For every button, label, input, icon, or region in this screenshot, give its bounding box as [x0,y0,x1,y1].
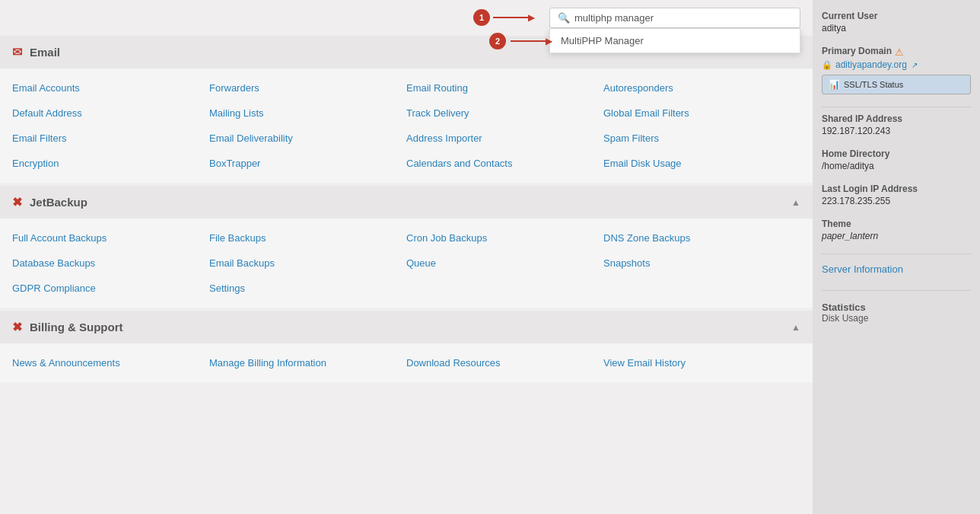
sections-wrapper: ✉ Email Email Accounts Forwarders Email … [0,36,813,382]
link-address-importer[interactable]: Address Importer [406,129,603,147]
link-view-email-history[interactable]: View Email History [603,354,800,372]
link-email-filters[interactable]: Email Filters [12,129,209,147]
theme-section: Theme paper_lantern [822,219,971,241]
link-autoresponders[interactable]: Autoresponders [603,79,800,97]
email-icon: ✉ [12,45,22,59]
link-database-backups[interactable]: Database Backups [12,254,209,272]
main-content: 1 ▶ 🔍 2 ▶ [0,0,813,514]
link-settings[interactable]: Settings [209,279,406,297]
domain-link[interactable]: aditiyapandey.org [835,59,907,70]
section-billing-body: News & Announcements Manage Billing Info… [0,343,813,382]
billing-toggle[interactable]: ▲ [791,322,800,333]
ssl-btn-label: SSL/TLS Status [844,80,903,89]
server-info-link[interactable]: Server Information [822,260,971,278]
statistics-label: Statistics [822,302,971,313]
link-track-delivery[interactable]: Track Delivery [406,104,603,122]
primary-domain-row: Primary Domain ⚠ [822,46,971,58]
link-snapshots[interactable]: Snapshots [603,254,800,272]
section-email-title: ✉ Email [12,45,60,59]
section-email-body: Email Accounts Forwarders Email Routing … [0,69,813,183]
jetbackup-icon: ✖ [12,195,22,209]
section-billing-label: Billing & Support [30,321,123,334]
link-forwarders[interactable]: Forwarders [209,79,406,97]
link-cron-job-backups[interactable]: Cron Job Backups [406,229,603,247]
jetbackup-links-grid: Full Account Backups File Backups Cron J… [12,229,800,297]
link-spam-filters[interactable]: Spam Filters [603,129,800,147]
link-full-account-backups[interactable]: Full Account Backups [12,229,209,247]
link-file-backups[interactable]: File Backups [209,229,406,247]
page-wrapper: 1 ▶ 🔍 2 ▶ [0,0,980,514]
section-email: ✉ Email Email Accounts Forwarders Email … [0,36,813,183]
divider-2 [822,254,971,254]
divider-1 [822,107,971,107]
link-global-email-filters[interactable]: Global Email Filters [603,104,800,122]
disk-usage-label: Disk Usage [822,313,971,324]
link-mailing-lists[interactable]: Mailing Lists [209,104,406,122]
current-user-label: Current User [822,11,971,21]
last-login-section: Last Login IP Address 223.178.235.255 [822,184,971,206]
warning-icon: ⚠ [895,46,904,58]
theme-value: paper_lantern [822,231,971,241]
link-email-routing[interactable]: Email Routing [406,79,603,97]
lock-icon: 🔒 [822,60,832,70]
annotation-1: 1 ▶ [473,9,535,26]
billing-icon: ✖ [12,320,22,334]
link-email-disk-usage[interactable]: Email Disk Usage [603,155,800,172]
link-download-resources[interactable]: Download Resources [406,354,603,372]
chart-icon: 📊 [829,79,840,90]
arrow-1: ▶ [493,12,535,23]
section-billing: ✖ Billing & Support ▲ News & Announcemen… [0,311,813,382]
search-container: 🔍 [549,8,800,28]
step-1-circle: 1 [473,9,490,26]
sidebar: Current User aditya Primary Domain ⚠ 🔒 a… [813,0,980,514]
link-calendars-contacts[interactable]: Calendars and Contacts [406,155,603,172]
link-news-announcements[interactable]: News & Announcements [12,354,209,372]
link-queue[interactable]: Queue [406,254,603,272]
domain-link-row: 🔒 aditiyapandey.org ↗ [822,59,971,70]
home-dir-value: /home/aditya [822,161,971,171]
billing-links-grid: News & Announcements Manage Billing Info… [12,354,800,372]
link-email-accounts[interactable]: Email Accounts [12,79,209,97]
shared-ip-value: 192.187.120.243 [822,126,971,136]
arrow-2: ▶ [511,36,552,46]
section-billing-header[interactable]: ✖ Billing & Support ▲ [0,311,813,343]
link-dns-zone-backups[interactable]: DNS Zone Backups [603,229,800,247]
search-input[interactable] [574,12,792,24]
last-login-value: 223.178.235.255 [822,196,971,206]
jetbackup-toggle[interactable]: ▲ [791,197,800,208]
link-email-backups[interactable]: Email Backups [209,254,406,272]
home-dir-section: Home Directory /home/aditya [822,148,971,171]
email-links-grid: Email Accounts Forwarders Email Routing … [12,79,800,172]
shared-ip-section: Shared IP Address 192.187.120.243 [822,113,971,136]
link-encryption[interactable]: Encryption [12,155,209,172]
search-wrapper: 🔍 2 ▶ MultiPHP Manager [549,8,800,28]
link-gdpr-compliance[interactable]: GDPR Compliance [12,279,209,297]
search-icon: 🔍 [558,12,570,24]
ssl-tls-button[interactable]: 📊 SSL/TLS Status [822,75,971,94]
last-login-label: Last Login IP Address [822,184,971,194]
section-jetbackup: ✖ JetBackup ▲ Full Account Backups File … [0,186,813,308]
section-jetbackup-header[interactable]: ✖ JetBackup ▲ [0,186,813,219]
link-default-address[interactable]: Default Address [12,104,209,122]
link-boxtrapper[interactable]: BoxTrapper [209,155,406,172]
divider-3 [822,290,971,291]
server-info-section: Server Information [822,260,971,278]
current-user-section: Current User aditya [822,11,971,34]
link-email-deliverability[interactable]: Email Deliverability [209,129,406,147]
section-email-label: Email [30,46,60,59]
dropdown-annotation-row: 2 ▶ MultiPHP Manager [550,29,800,53]
search-dropdown: 2 ▶ MultiPHP Manager [549,28,800,53]
primary-domain-label: Primary Domain [822,46,892,56]
dropdown-item-multiphp[interactable]: MultiPHP Manager [561,35,789,46]
current-user-value: aditya [822,23,971,34]
step-2-circle: 2 [489,33,506,49]
top-bar: 1 ▶ 🔍 2 ▶ [0,0,813,36]
shared-ip-label: Shared IP Address [822,113,971,124]
link-manage-billing[interactable]: Manage Billing Information [209,354,406,372]
section-jetbackup-title: ✖ JetBackup [12,195,88,209]
statistics-section: Statistics Disk Usage [822,297,971,324]
section-jetbackup-label: JetBackup [30,196,88,209]
primary-domain-section: Primary Domain ⚠ 🔒 aditiyapandey.org ↗ 📊… [822,46,971,94]
section-jetbackup-body: Full Account Backups File Backups Cron J… [0,219,813,308]
section-billing-title: ✖ Billing & Support [12,320,123,334]
